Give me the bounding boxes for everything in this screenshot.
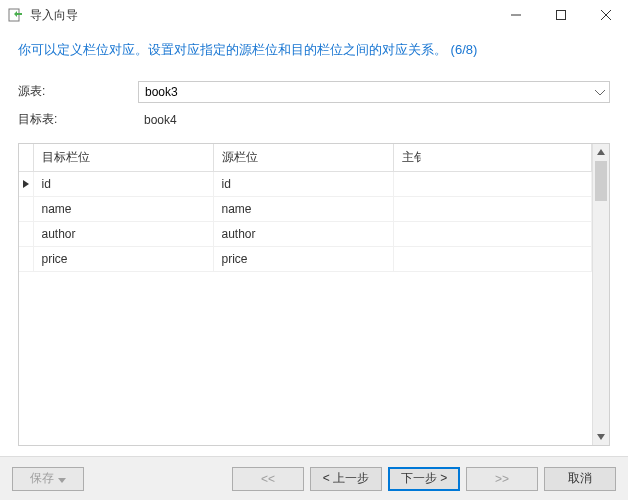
row-indicator [19, 196, 33, 221]
target-field-cell[interactable]: price [33, 246, 213, 271]
instruction-text: 你可以定义栏位对应。设置对应指定的源栏位和目的栏位之间的对应关系。 (6/8) [14, 30, 614, 81]
primary-column-header[interactable]: 主钅 [393, 144, 592, 172]
target-field-cell[interactable]: author [33, 221, 213, 246]
prev-button[interactable]: < 上一步 [310, 467, 382, 491]
source-field-cell[interactable]: name [213, 196, 393, 221]
chevron-down-icon [595, 85, 605, 99]
primary-cell[interactable] [393, 246, 592, 271]
mapping-table-container: 目标栏位 源栏位 主钅 ididnamenameauthorauthorpric… [18, 143, 610, 446]
source-field-cell[interactable]: author [213, 221, 393, 246]
save-button-label: 保存 [30, 470, 54, 487]
first-button[interactable]: << [232, 467, 304, 491]
window-title: 导入向导 [30, 7, 493, 24]
source-table-select[interactable]: book3 [138, 81, 610, 103]
mapping-table: 目标栏位 源栏位 主钅 ididnamenameauthorauthorpric… [19, 144, 592, 272]
minimize-button[interactable] [493, 0, 538, 30]
last-button[interactable]: >> [466, 467, 538, 491]
save-button[interactable]: 保存 [12, 467, 84, 491]
target-table-row: 目标表: book4 [14, 111, 614, 129]
table-row[interactable]: namename [19, 196, 592, 221]
scrollbar-thumb[interactable] [595, 161, 607, 201]
table-header-row: 目标栏位 源栏位 主钅 [19, 144, 592, 172]
maximize-button[interactable] [538, 0, 583, 30]
vertical-scrollbar[interactable] [592, 144, 609, 445]
footer-bar: 保存 << < 上一步 下一步 > >> 取消 [0, 456, 628, 500]
source-column-header[interactable]: 源栏位 [213, 144, 393, 172]
row-indicator [19, 221, 33, 246]
scroll-up-arrow-icon[interactable] [593, 144, 609, 161]
row-indicator [19, 246, 33, 271]
scroll-down-arrow-icon[interactable] [593, 428, 609, 445]
titlebar: 导入向导 [0, 0, 628, 30]
content-area: 你可以定义栏位对应。设置对应指定的源栏位和目的栏位之间的对应关系。 (6/8) … [0, 30, 628, 456]
table-row[interactable]: priceprice [19, 246, 592, 271]
row-indicator-header [19, 144, 33, 172]
target-field-cell[interactable]: id [33, 171, 213, 196]
source-table-value: book3 [145, 85, 178, 99]
dropdown-icon [58, 472, 66, 486]
current-row-arrow-icon [23, 180, 29, 188]
target-field-cell[interactable]: name [33, 196, 213, 221]
next-button[interactable]: 下一步 > [388, 467, 460, 491]
primary-cell[interactable] [393, 221, 592, 246]
source-table-label: 源表: [18, 83, 138, 100]
table-row[interactable]: idid [19, 171, 592, 196]
import-wizard-icon [8, 7, 24, 23]
close-button[interactable] [583, 0, 628, 30]
row-indicator [19, 171, 33, 196]
primary-cell[interactable] [393, 171, 592, 196]
import-wizard-window: 导入向导 你可以定义栏位对应。设置对应指定的源栏位和目的栏位之间的对应关系。 (… [0, 0, 628, 500]
source-field-cell[interactable]: price [213, 246, 393, 271]
source-table-row: 源表: book3 [14, 81, 614, 103]
window-controls [493, 0, 628, 30]
primary-cell[interactable] [393, 196, 592, 221]
svg-rect-2 [556, 11, 565, 20]
source-field-cell[interactable]: id [213, 171, 393, 196]
cancel-button[interactable]: 取消 [544, 467, 616, 491]
target-table-label: 目标表: [18, 111, 138, 128]
table-row[interactable]: authorauthor [19, 221, 592, 246]
target-table-value: book4 [138, 111, 610, 129]
target-column-header[interactable]: 目标栏位 [33, 144, 213, 172]
